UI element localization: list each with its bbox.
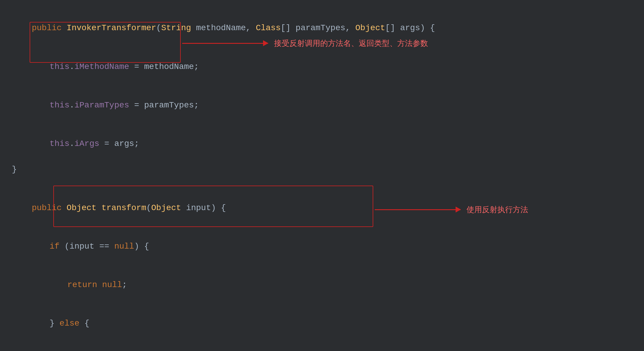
code-line-7: public Object transform(Object input) { bbox=[12, 189, 632, 227]
code-line-10: } else { bbox=[12, 304, 632, 343]
code-line-5: } bbox=[12, 163, 632, 176]
code-line-1: public InvokerTransformer(String methodN… bbox=[12, 9, 632, 47]
code-line-8: if (input == null) { bbox=[12, 227, 632, 266]
code-line-4: this.iArgs = args; bbox=[12, 125, 632, 163]
code-line-2: this.iMethodName = methodName; bbox=[12, 47, 632, 86]
code-line-11: try { bbox=[12, 343, 632, 351]
code-line-3: this.iParamTypes = paramTypes; bbox=[12, 86, 632, 124]
code-line-9: return null; bbox=[12, 266, 632, 304]
code-editor: public InvokerTransformer(String methodN… bbox=[12, 9, 632, 342]
code-line-blank1 bbox=[12, 176, 632, 189]
